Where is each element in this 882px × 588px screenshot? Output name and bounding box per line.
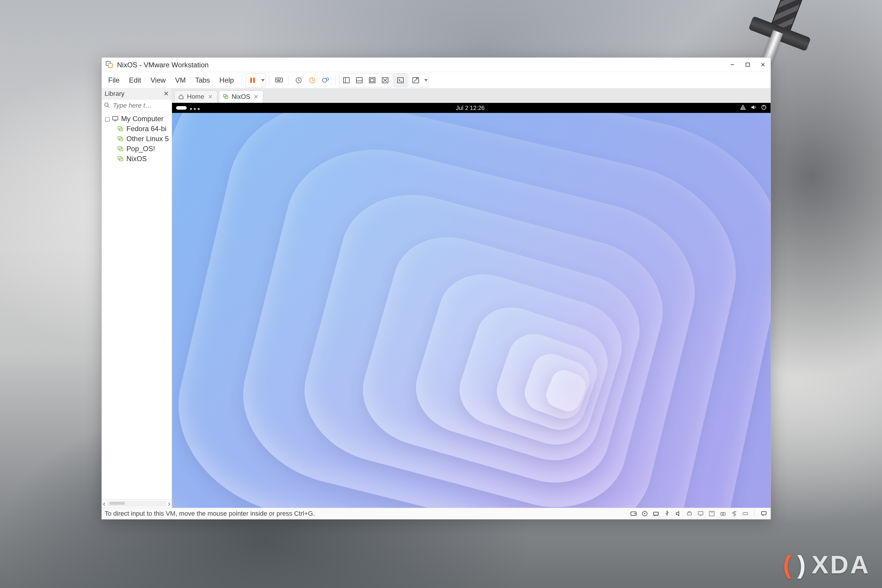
tree-vm-fedora[interactable]: Fedora 64-bi [105, 124, 172, 134]
guest-clock[interactable]: Jul 2 12:26 [456, 105, 485, 111]
tab-close-icon[interactable]: ✕ [207, 93, 213, 100]
search-icon [104, 101, 110, 110]
menu-tabs[interactable]: Tabs [191, 74, 214, 86]
menu-file[interactable]: File [104, 74, 124, 86]
window-title: NixOS - VMware Workstation [117, 60, 725, 69]
svg-point-42 [644, 513, 645, 514]
computer-icon [112, 115, 119, 122]
sound-card-icon[interactable] [674, 510, 682, 518]
statusbar-hint: To direct input to this VM, move the mou… [105, 510, 315, 518]
usb-icon[interactable] [663, 510, 671, 518]
stretch-guest-button[interactable] [410, 74, 422, 86]
show-thumbnail-bar-button[interactable] [353, 74, 366, 86]
library-horizontal-scrollbar[interactable]: ‹ › [102, 499, 172, 508]
tree-vm-label: Fedora 64-bi [126, 124, 166, 133]
vm-console-viewport[interactable]: Jul 2 12:26 [172, 103, 771, 508]
volume-icon[interactable] [751, 105, 756, 111]
cd-dvd-icon[interactable] [641, 510, 649, 518]
tree-root-my-computer[interactable]: ▢ My Computer [105, 114, 172, 124]
svg-rect-8 [278, 79, 279, 80]
console-view-button[interactable] [394, 74, 406, 86]
tree-root-label: My Computer [121, 115, 164, 123]
bluetooth-icon[interactable] [730, 510, 738, 518]
library-tree: ▢ My Computer Fedora 64-bi Other Linux 5 [102, 112, 172, 499]
library-panel: Library ✕ ▼ ▢ My Computer Fe [102, 88, 172, 508]
vmware-workstation-window: NixOS - VMware Workstation File Edit Vie… [101, 57, 771, 519]
menu-view[interactable]: View [146, 74, 170, 86]
minimize-button[interactable] [725, 58, 740, 72]
power-icon[interactable] [761, 105, 766, 111]
main-pane: Home ✕ NixOS ✕ Jul 2 12:26 [172, 88, 771, 508]
maximize-button[interactable] [740, 58, 755, 72]
menu-edit[interactable]: Edit [125, 74, 145, 86]
svg-rect-45 [687, 513, 692, 515]
watermark-text: XDA [812, 550, 870, 579]
library-close-button[interactable]: ✕ [164, 90, 169, 98]
svg-rect-25 [112, 116, 118, 120]
scrollbar-track[interactable] [108, 501, 166, 506]
serial-port-icon[interactable] [741, 510, 749, 518]
tree-vm-nixos[interactable]: NixOS [105, 154, 172, 164]
titlebar[interactable]: NixOS - VMware Workstation [102, 58, 771, 72]
snapshot-take-button[interactable] [292, 74, 305, 86]
scroll-left-icon[interactable]: ‹ [103, 499, 105, 508]
menu-vm[interactable]: VM [171, 74, 190, 86]
stretch-group [409, 73, 429, 87]
tree-collapse-icon[interactable]: ▢ [105, 115, 110, 122]
snapshot-revert-button[interactable] [306, 74, 318, 86]
tab-close-icon[interactable]: ✕ [253, 93, 259, 100]
guest-top-bar[interactable]: Jul 2 12:26 [172, 103, 771, 113]
stretch-dropdown-icon[interactable] [424, 79, 428, 81]
svg-rect-3 [746, 63, 749, 66]
svg-rect-26 [114, 120, 116, 121]
power-button-group [246, 73, 266, 87]
svg-rect-2 [730, 64, 734, 65]
close-button[interactable] [755, 58, 771, 72]
svg-rect-16 [344, 78, 345, 83]
tab-active-label: NixOS [232, 93, 250, 100]
send-ctrl-alt-del-button[interactable] [273, 74, 285, 86]
messages-icon[interactable] [760, 510, 768, 518]
pause-vm-button[interactable] [246, 74, 259, 86]
snapshot-manager-button[interactable] [320, 74, 332, 86]
display-icon[interactable] [697, 510, 704, 518]
vmware-app-icon [105, 61, 114, 69]
home-icon [178, 94, 184, 100]
svg-point-13 [322, 78, 327, 82]
guest-activities-button[interactable] [176, 106, 187, 110]
tab-nixos[interactable]: NixOS ✕ [219, 90, 263, 103]
svg-rect-10 [277, 80, 280, 81]
power-dropdown-icon[interactable] [261, 79, 265, 81]
hard-disk-icon[interactable] [630, 510, 638, 518]
svg-rect-18 [356, 81, 362, 83]
view-mode-group [339, 73, 392, 87]
tree-vm-popos[interactable]: Pop_OS! [105, 144, 172, 154]
show-library-button[interactable] [340, 74, 352, 86]
tab-home[interactable]: Home ✕ [174, 90, 217, 103]
tree-vm-label: NixOS [126, 154, 147, 163]
svg-point-44 [666, 511, 668, 512]
svg-rect-52 [743, 513, 748, 515]
statusbar: To direct input to this VM, move the mou… [102, 508, 771, 519]
network-adapter-icon[interactable] [652, 510, 660, 518]
vm-icon [117, 135, 124, 142]
tree-vm-other-linux[interactable]: Other Linux 5 [105, 134, 172, 144]
printer-icon[interactable] [686, 510, 693, 518]
scroll-right-icon[interactable]: › [168, 499, 171, 508]
fullscreen-button[interactable] [366, 74, 378, 86]
tree-vm-label: Pop_OS! [126, 145, 155, 153]
svg-point-14 [326, 78, 329, 80]
vm-icon [117, 125, 124, 132]
library-search-row: ▼ [102, 99, 172, 112]
floppy-icon[interactable] [708, 510, 716, 518]
guest-workspace-dots[interactable] [189, 105, 201, 111]
camera-icon[interactable] [719, 510, 727, 518]
svg-rect-53 [762, 512, 766, 515]
guest-status-area[interactable] [740, 105, 766, 111]
network-icon[interactable] [740, 105, 746, 111]
menu-help[interactable]: Help [215, 74, 238, 86]
vm-running-icon [223, 94, 229, 100]
guest-wallpaper[interactable] [172, 113, 771, 508]
unity-mode-button[interactable] [379, 74, 392, 86]
svg-rect-4 [250, 78, 252, 83]
